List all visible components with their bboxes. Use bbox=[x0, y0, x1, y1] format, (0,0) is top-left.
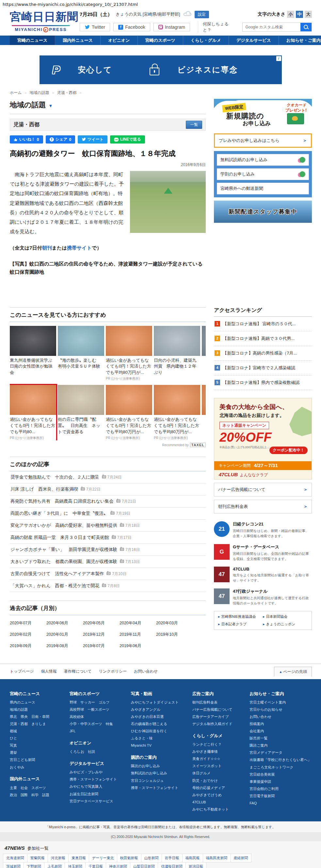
footer-nav-link[interactable]: リンクポリシー bbox=[99, 669, 127, 674]
footer-link[interactable]: みやにちで写真購入 bbox=[69, 783, 125, 790]
footer-link[interactable]: 美食ガイド☆☆☆ bbox=[192, 755, 243, 763]
recommended-item[interactable]: 過払い金があってもなくても0円！完済した方でも平均80万円が... PR (ひか… bbox=[106, 385, 152, 440]
ranking-item[interactable]: 3 【新型コロナ】高鍋の男性感染（7月... bbox=[214, 346, 312, 361]
recommended-item[interactable] bbox=[202, 326, 206, 381]
ranking-item[interactable]: 4 【新型コロナ】宮崎市で２人感染確認 bbox=[214, 361, 312, 375]
footer-link[interactable]: スイーツスポット bbox=[192, 763, 243, 770]
article-list-item[interactable]: 大きいブドウ取れた 都農の果樹園、園児が収穫体験7月13日 bbox=[10, 556, 206, 568]
footer-link[interactable]: くろしお 社説 bbox=[69, 748, 125, 755]
article-list-item[interactable]: 古里の自慢見つけて 活性化へアイデア本製作7月10日 bbox=[10, 568, 206, 580]
partner-link[interactable]: 宮崎県NIE推進協議会 bbox=[218, 614, 263, 619]
taxel-logo[interactable]: TAXEL bbox=[190, 443, 206, 447]
ad-choices-icon[interactable] bbox=[276, 56, 281, 61]
recommended-item[interactable]: 東九州道整備状況学ぶ 日南の女性団体が勉強会 bbox=[10, 326, 56, 381]
footer-link[interactable]: みやビズ・プレみや bbox=[69, 769, 125, 776]
footer-link[interactable]: 購読のお申し込み bbox=[131, 763, 186, 770]
ad-info-link[interactable]: 朝刊広告料金表 bbox=[214, 500, 312, 514]
footer-link[interactable]: みやざきアングル bbox=[131, 706, 186, 713]
footer-link[interactable]: 宮日電子版新聞 bbox=[250, 792, 311, 800]
footer-link[interactable]: 小学・中学スポーツ 特集 bbox=[69, 720, 125, 728]
news47-paper-link[interactable]: 下野新聞 bbox=[24, 862, 45, 868]
footer-link[interactable]: ランチどこ行く？ bbox=[192, 741, 243, 748]
news47-paper-link[interactable]: 北海道新聞 bbox=[3, 854, 27, 863]
ranking-item[interactable]: 1 【新型コロナ速報】 宮崎市の５０代... bbox=[214, 317, 312, 332]
footer-link[interactable]: 宮日こども新聞 bbox=[10, 756, 64, 764]
fb-share-button[interactable]: f シェア0 bbox=[46, 135, 76, 144]
archive-month-link[interactable]: 2019年06月 bbox=[119, 643, 156, 649]
recommended-item[interactable]: 街の店に専門職〝配置〟 日向高生 ネットで資金募る bbox=[58, 385, 104, 440]
news47-paper-link[interactable]: 室蘭民報 bbox=[27, 854, 48, 863]
footer-link[interactable]: 野球 サッカー ゴルフ bbox=[69, 699, 125, 706]
nav-item[interactable]: デジタルサービス bbox=[229, 36, 279, 45]
article-photo[interactable] bbox=[130, 171, 206, 233]
footer-link[interactable]: 宮日会館のご利用 bbox=[250, 785, 311, 792]
article-list-item[interactable]: 変化アサガオいかが 高鍋の愛好家、苗や種無料提供7月18日 bbox=[10, 520, 206, 532]
footer-link[interactable]: 宮日総合美術展 bbox=[250, 771, 311, 778]
footer-section-header[interactable]: お知らせ・ご案内 bbox=[250, 691, 311, 697]
footer-link[interactable]: 無料試読のお申し込み bbox=[131, 770, 186, 777]
news47-paper-link[interactable]: 産経新聞 bbox=[231, 854, 252, 863]
archive-month-link[interactable]: 2019年11月 bbox=[119, 632, 156, 638]
list-button[interactable]: 一覧 bbox=[186, 121, 202, 129]
archive-month-link[interactable]: 2020年06月 bbox=[47, 620, 83, 626]
recommended-item[interactable]: 〝海の散歩〟楽しむ 有明小児童ＳＵＰ体験 bbox=[58, 326, 104, 381]
footer-link[interactable]: 写真 bbox=[10, 742, 64, 749]
premiya-link[interactable]: プレみやのお申し込みはこちら bbox=[214, 133, 312, 148]
footer-section-header[interactable]: オピニオン bbox=[69, 740, 125, 746]
font-size-medium[interactable]: 中 bbox=[296, 11, 303, 18]
footer-link[interactable]: 県内のニュース bbox=[10, 699, 64, 706]
footer-section-header[interactable]: 写真・動画 bbox=[131, 691, 186, 697]
archive-month-link[interactable]: 2020年02月 bbox=[10, 632, 47, 638]
font-size-small[interactable]: 小 bbox=[287, 11, 294, 18]
footer-link[interactable]: みやざきてげうめ bbox=[192, 792, 243, 799]
footer-nav-link[interactable]: 個人情報 bbox=[41, 669, 57, 674]
archive-month-link[interactable]: 2019年10月 bbox=[156, 632, 193, 638]
news47-paper-link[interactable]: 神奈川新聞 bbox=[106, 862, 130, 868]
paypal-ad-banner[interactable]: P 安心して ビジネスに専念 bbox=[39, 56, 282, 84]
search-button[interactable] bbox=[300, 23, 312, 31]
apply-link[interactable]: 無料試読紙のお申し込み bbox=[217, 154, 309, 166]
service-item[interactable]: 47 47CLUB 地方をよく知る地方新聞社が厳選する「お取り寄せ」サイトです。 bbox=[214, 567, 312, 583]
footer-link[interactable]: 宮日データベースサービス bbox=[69, 798, 125, 805]
nav-item[interactable]: お知らせ・ご案内 bbox=[279, 36, 321, 45]
article-list-item[interactable]: 川床 涼しげ 西米良、行楽客満喫7月22日 bbox=[10, 484, 206, 495]
news47-paper-link[interactable]: 河北新報 bbox=[48, 854, 68, 863]
footer-link[interactable]: FAQ bbox=[250, 800, 311, 807]
chevron-down-icon[interactable] bbox=[49, 103, 53, 108]
footer-nav-link[interactable]: 著作権について bbox=[64, 669, 91, 674]
partner-link[interactable]: 日本記者クラブ bbox=[218, 622, 263, 627]
news47-paper-link[interactable]: 千葉日報 bbox=[85, 862, 106, 868]
footer-section-header[interactable]: 国内外ニュース bbox=[10, 776, 64, 782]
news47-paper-link[interactable]: 東奥日報 bbox=[68, 854, 89, 863]
footer-section-header[interactable]: 広告ご案内 bbox=[192, 691, 243, 697]
recommended-item[interactable]: 過払い金があってもなくても0円！完済した方でも平均80万円が... PR (ひか… bbox=[154, 385, 200, 440]
footer-section-header[interactable]: 購読のご案内 bbox=[131, 754, 186, 761]
recommended-item[interactable] bbox=[202, 385, 206, 440]
morning-edition-link[interactable]: 朝刊 bbox=[42, 245, 52, 250]
footer-section-header[interactable]: くらし・グルメ bbox=[192, 733, 243, 739]
weather-settings-button[interactable]: 設定 bbox=[195, 11, 209, 18]
footer-link[interactable]: 宮日コンシェルジュ bbox=[131, 777, 186, 784]
apply-link[interactable]: 宮崎県外への郵送新聞 bbox=[217, 183, 309, 194]
archive-month-link[interactable]: 2020年04月 bbox=[119, 620, 156, 626]
footer-link[interactable]: 宮日土曜イベント案内 bbox=[250, 699, 311, 706]
news47-paper-link[interactable]: 上毛新聞 bbox=[44, 862, 65, 868]
recommended-item[interactable]: 過払い金があってもなくても0円！完済した方でも平均80... PR (ひかり法律… bbox=[10, 385, 56, 440]
article-list-item[interactable]: 再発防ぐ気持ち共有 高鍋農高 口蹄疫忘れない集会7月21日 bbox=[10, 495, 206, 507]
ranking-item[interactable]: 5 【新型コロナ速報】県内で感染複数確認 bbox=[214, 375, 312, 390]
nav-item[interactable]: くらし・グルメ bbox=[183, 36, 229, 45]
news47-paper-link[interactable]: 新潟日報 bbox=[185, 862, 206, 868]
service-item[interactable]: 21 日経テレコン21 宮崎日日新聞をはじめ、新聞・雑誌の最新記事、企業・人事情… bbox=[214, 521, 312, 539]
breadcrumb-item[interactable]: 児湯・西都 bbox=[57, 90, 85, 96]
footer-nav-link[interactable]: トップページ bbox=[10, 669, 34, 674]
footer-link[interactable]: 政治 国際 科学 話題 bbox=[10, 792, 64, 799]
search-input[interactable] bbox=[243, 23, 300, 31]
footer-nav-link[interactable]: お問い合わせ bbox=[134, 669, 158, 674]
footer-link[interactable]: みやざきの日本百選 bbox=[131, 713, 186, 720]
recommended-item[interactable]: 日向の小児科、建築九州賞 県内建物１２年ぶり bbox=[154, 326, 200, 381]
mobile-site-link[interactable]: 携帯サイト bbox=[67, 245, 92, 250]
footer-link[interactable]: お誕生日記念新聞 bbox=[69, 790, 125, 798]
footer-link[interactable]: 購読ご案内 bbox=[250, 742, 311, 749]
news47-paper-link[interactable]: デーリー東北 bbox=[89, 854, 117, 863]
nav-item[interactable]: 宮崎のスポーツ bbox=[138, 36, 183, 45]
